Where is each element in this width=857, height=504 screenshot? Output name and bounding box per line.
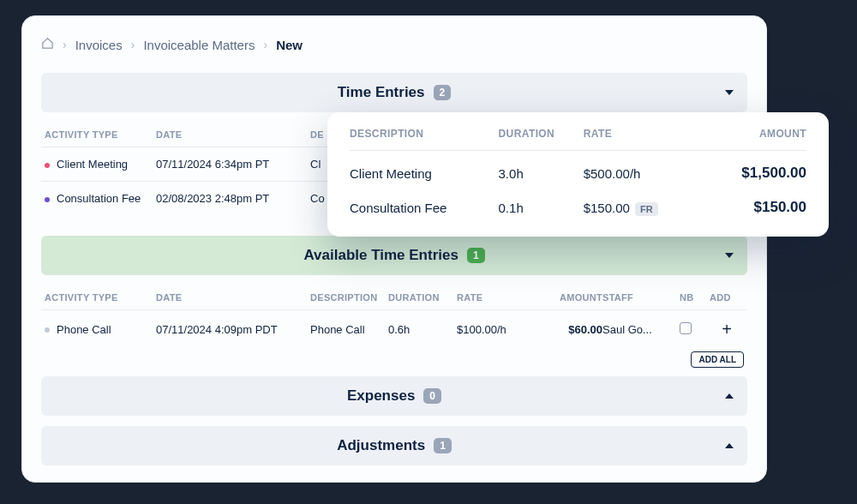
rate-cell: $150.00FR [584,201,700,215]
duration-cell: 0.6h [388,323,457,336]
chevron-up-icon [725,443,734,448]
col-date: DATE [156,129,310,140]
popup-row: Consultation Fee 0.1h $150.00FR $150.00 [350,185,806,219]
expenses-count-badge: 0 [423,388,441,404]
chevron-down-icon [725,253,734,258]
section-title-expenses: Expenses 0 [347,387,441,405]
col-rate: RATE [584,128,700,140]
col-staff: STAFF [602,292,680,303]
col-duration: DURATION [499,128,584,140]
time-entries-count-badge: 2 [434,85,452,100]
section-adjustments[interactable]: Adjustments 1 [41,426,747,465]
main-card: › Invoices › Invoiceable Matters › New T… [21,15,767,483]
duration-cell: 3.0h [499,166,584,181]
add-all-row: ADD ALL [41,348,747,376]
date-cell: 07/11/2024 6:34pm PT [156,158,310,171]
available-header-row: ACTIVITY TYPE DATE DESCRIPTION DURATION … [41,285,747,309]
time-entries-popup: DESCRIPTION DURATION RATE AMOUNT Client … [327,112,829,237]
add-all-button[interactable]: ADD ALL [691,351,744,368]
nb-checkbox[interactable] [680,322,692,334]
table-row: Phone Call 07/11/2024 4:09pm PDT Phone C… [41,309,747,348]
col-nb: NB [680,292,710,303]
chevron-up-icon [725,393,734,399]
desc-cell: Consultation Fee [350,201,499,215]
chevron-right-icon: › [131,38,135,51]
status-dot-icon [45,163,50,168]
add-row-button[interactable]: + [710,321,744,338]
chevron-right-icon: › [63,38,67,51]
time-entries-label: Time Entries [338,84,425,101]
staff-cell: Saul Go... [602,323,680,336]
activity-cell: Consultation Fee [45,192,156,205]
col-activity-type: ACTIVITY TYPE [45,292,156,303]
activity-cell: Phone Call [45,323,156,336]
expenses-label: Expenses [347,387,415,405]
desc-cell: Client Meeting [350,166,499,181]
date-cell: 02/08/2023 2:48pm PT [156,192,310,205]
col-activity-type: ACTIVITY TYPE [45,129,156,140]
section-available-time-entries[interactable]: Available Time Entries 1 [41,236,747,275]
col-description: DESCRIPTION [350,128,499,140]
col-add: ADD [710,292,744,303]
duration-cell: 0.1h [499,201,584,215]
col-amount: AMOUNT [700,128,806,140]
popup-header-row: DESCRIPTION DURATION RATE AMOUNT [350,128,806,151]
breadcrumb-invoiceable-matters[interactable]: Invoiceable Matters [143,38,255,52]
amount-cell: $150.00 [700,199,806,216]
section-expenses[interactable]: Expenses 0 [41,376,747,416]
chevron-right-icon: › [263,38,267,51]
col-date: DATE [156,292,310,303]
amount-cell: $60.00 [534,323,602,336]
home-icon[interactable] [41,37,54,52]
breadcrumb: › Invoices › Invoiceable Matters › New [41,37,747,52]
col-description: DESCRIPTION [310,292,388,303]
adjustments-label: Adjustments [337,437,425,454]
available-label: Available Time Entries [303,247,458,264]
activity-cell: Client Meeting [45,158,156,171]
breadcrumb-new: New [276,38,303,52]
col-amount: AMOUNT [534,292,602,303]
status-dot-icon [45,327,50,333]
nb-cell [680,322,710,337]
flat-rate-badge: FR [635,202,658,216]
rate-cell: $500.00/h [584,166,700,181]
col-duration: DURATION [388,292,457,303]
breadcrumb-invoices[interactable]: Invoices [75,38,123,52]
section-title-available: Available Time Entries 1 [303,247,484,264]
rate-cell: $100.00/h [457,323,534,336]
amount-cell: $1,500.00 [700,165,806,182]
status-dot-icon [45,197,50,202]
desc-cell: Phone Call [310,323,388,336]
col-rate: RATE [457,292,534,303]
adjustments-count-badge: 1 [434,438,452,453]
popup-row: Client Meeting 3.0h $500.00/h $1,500.00 [350,151,806,185]
section-title-time-entries: Time Entries 2 [338,84,451,101]
chevron-down-icon [725,90,734,95]
date-cell: 07/11/2024 4:09pm PDT [156,323,310,336]
available-count-badge: 1 [467,248,485,263]
section-time-entries[interactable]: Time Entries 2 [41,73,747,112]
section-title-adjustments: Adjustments 1 [337,437,452,454]
